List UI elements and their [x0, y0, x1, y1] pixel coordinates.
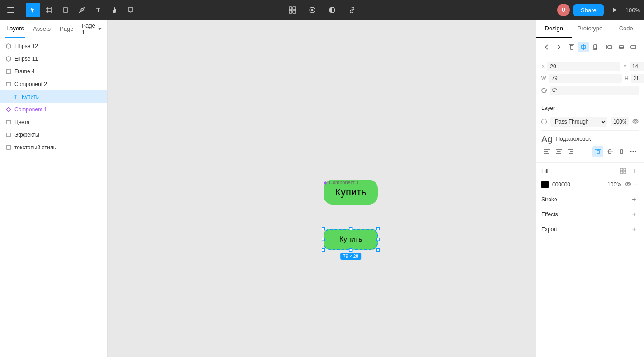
canvas-area[interactable]: ◆ Component 1 Купить Component 2 Купить … — [108, 20, 536, 357]
layer-item-effekty[interactable]: Эффекты — [0, 129, 107, 141]
frame-icon — [5, 132, 12, 138]
share-button[interactable]: Share — [573, 4, 604, 16]
layer-item-frame4[interactable]: Frame 4 — [0, 65, 107, 78]
layer-item-component1[interactable]: Component 1 — [0, 103, 107, 116]
tab-code[interactable]: Code — [608, 20, 644, 38]
align-section — [536, 38, 644, 58]
h-input[interactable] — [631, 74, 644, 83]
rotation-input[interactable] — [550, 86, 639, 95]
tab-assets[interactable]: Assets — [32, 20, 52, 38]
stroke-add-button[interactable]: + — [630, 195, 639, 204]
fill-remove-button[interactable]: − — [635, 181, 639, 188]
svg-rect-44 — [7, 146, 10, 149]
props-section: X Y W H — [536, 58, 644, 101]
xy-row: X Y — [541, 62, 639, 71]
shape-tool-button[interactable] — [58, 3, 73, 17]
svg-rect-41 — [7, 133, 10, 137]
align-top-button[interactable] — [566, 42, 577, 52]
handle-ml[interactable] — [322, 238, 325, 241]
svg-rect-38 — [7, 120, 10, 124]
rotation-icon — [541, 87, 547, 93]
handle-tm[interactable] — [349, 227, 353, 230]
play-button[interactable] — [607, 3, 622, 17]
text-valign-bottom-button[interactable] — [616, 146, 627, 157]
svg-rect-12 — [63, 8, 68, 12]
text-valign-middle-button[interactable] — [604, 146, 615, 157]
handle-br[interactable] — [376, 248, 380, 252]
handle-bm[interactable] — [349, 248, 353, 252]
align-bottom-button[interactable] — [590, 42, 601, 52]
select-tool-button[interactable] — [26, 3, 40, 17]
layer-item-component2[interactable]: Component 2 — [0, 78, 107, 90]
text-valign-top-button[interactable] — [592, 146, 603, 157]
text-align-left-button[interactable] — [541, 146, 552, 157]
theme-center-icon[interactable] — [325, 3, 339, 17]
svg-rect-52 — [594, 45, 597, 49]
component-center-icon[interactable] — [285, 3, 300, 17]
tab-design[interactable]: Design — [536, 20, 572, 38]
mask-center-icon[interactable] — [305, 3, 320, 17]
fill-add-button[interactable]: + — [630, 167, 639, 176]
component2-button[interactable]: Купить — [324, 229, 378, 250]
circle-icon — [5, 56, 12, 62]
w-input[interactable] — [549, 74, 622, 83]
typography-section: Ag Подзаголовок — [536, 131, 644, 163]
frame-tool-button[interactable] — [42, 3, 56, 17]
svg-rect-82 — [624, 171, 626, 174]
align-center-h-button[interactable] — [578, 42, 589, 52]
zoom-level[interactable]: 100% — [625, 7, 640, 14]
align-right-button[interactable] — [628, 42, 639, 52]
comment-tool-button[interactable] — [123, 3, 138, 17]
component2-wrapper[interactable]: Купить 79 × 28 — [324, 229, 378, 250]
layer-item-kupity[interactable]: T Купить — [0, 90, 107, 103]
handle-tr[interactable] — [376, 227, 380, 230]
align-back-button[interactable] — [541, 42, 552, 52]
handle-mr[interactable] — [376, 238, 380, 241]
opacity-input[interactable] — [611, 117, 629, 126]
menu-button[interactable] — [4, 3, 18, 17]
effects-add-button[interactable]: + — [630, 210, 639, 219]
handle-bl[interactable] — [322, 248, 325, 252]
fill-section-header: Fill + — [536, 163, 644, 179]
right-panel-scroll: X Y W H — [536, 38, 644, 357]
hand-tool-button[interactable] — [107, 3, 122, 17]
tab-layers[interactable]: Layers — [5, 20, 25, 38]
page-selector[interactable]: Page 1 — [81, 22, 102, 36]
panel-tabs: Layers Assets Page Page 1 — [0, 20, 107, 38]
diamond-icon: ◆ — [324, 180, 327, 185]
handle-tl[interactable] — [322, 227, 325, 230]
frame-icon — [5, 144, 12, 151]
svg-point-83 — [627, 183, 629, 185]
align-forward-button[interactable] — [553, 42, 564, 52]
fill-color-swatch[interactable] — [541, 181, 549, 188]
ag-label: Ag Подзаголовок — [541, 134, 639, 143]
tab-prototype[interactable]: Prototype — [572, 20, 608, 38]
tab-page[interactable]: Page — [59, 20, 74, 38]
fill-grid-button[interactable] — [619, 167, 628, 176]
align-left-button[interactable] — [604, 42, 615, 52]
text-more-button[interactable] — [628, 146, 639, 157]
layer-item-cveta[interactable]: Цвета — [0, 116, 107, 129]
layer-item-ellipse11[interactable]: Ellipse 11 — [0, 52, 107, 65]
layer-item-tekststyle[interactable]: текстовый стиль — [0, 141, 107, 154]
layer-item-ellipse12[interactable]: Ellipse 12 — [0, 40, 107, 52]
blend-mode-select[interactable]: Pass Through — [550, 117, 607, 127]
visibility-eye-icon[interactable] — [632, 119, 639, 125]
svg-rect-75 — [620, 150, 623, 153]
text-tool-button[interactable]: T — [91, 3, 105, 17]
export-add-button[interactable]: + — [630, 225, 639, 234]
y-input[interactable] — [630, 62, 644, 71]
x-input[interactable] — [547, 62, 620, 71]
link-center-icon[interactable] — [345, 3, 359, 17]
fill-visibility-icon[interactable] — [625, 181, 631, 188]
svg-marker-21 — [613, 8, 617, 12]
frame-icon — [5, 81, 12, 87]
text-align-right-button[interactable] — [565, 146, 576, 157]
circle-icon — [5, 43, 12, 49]
align-middle-v-button[interactable] — [616, 42, 627, 52]
svg-rect-71 — [597, 150, 599, 154]
text-align-center-button[interactable] — [553, 146, 564, 157]
svg-point-60 — [635, 120, 636, 122]
pen-tool-button[interactable] — [75, 3, 89, 17]
left-panel: Layers Assets Page Page 1 Ellipse 12 E — [0, 20, 108, 357]
